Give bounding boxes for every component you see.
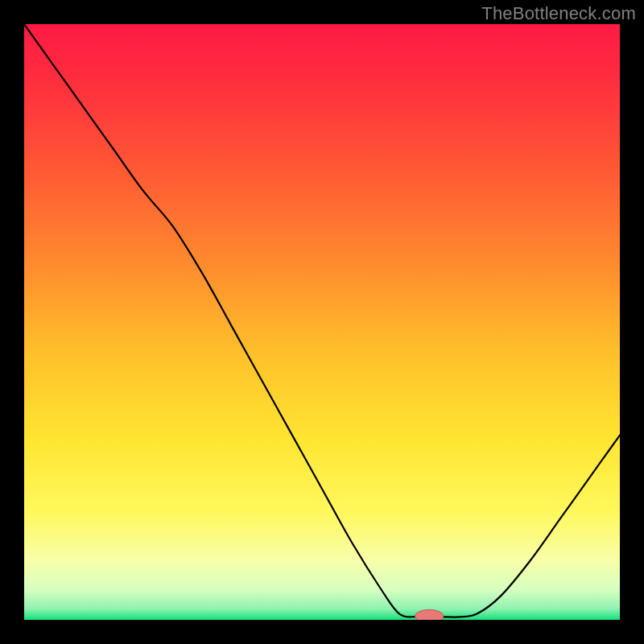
chart-svg [24, 24, 620, 620]
chart-frame: TheBottleneck.com [0, 0, 644, 644]
watermark-text: TheBottleneck.com [481, 3, 636, 24]
plot-area [24, 24, 620, 620]
optimal-marker [415, 609, 444, 620]
heatmap-background [24, 24, 620, 620]
